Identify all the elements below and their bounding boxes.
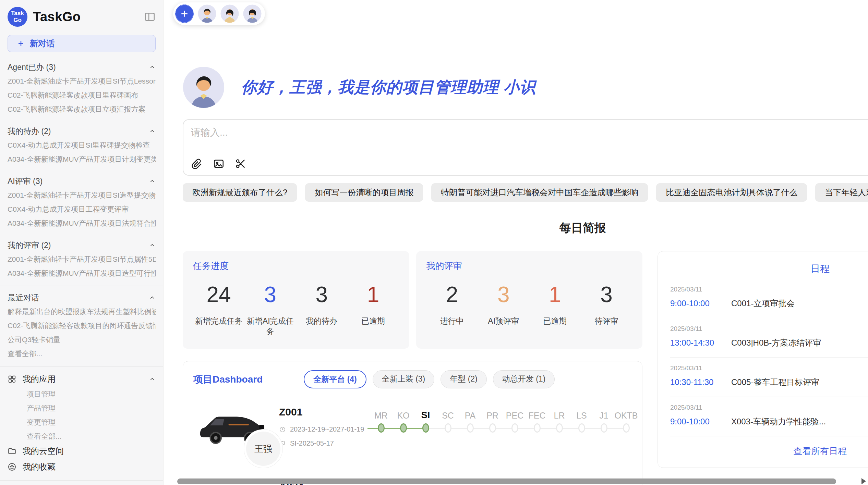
recent-chat-item[interactable]: C02-飞腾新能源轻客改款项目的闭环通告反馈情况 bbox=[8, 319, 156, 333]
milestone-step[interactable]: LR bbox=[548, 405, 570, 436]
metric-value: 2 bbox=[426, 284, 478, 306]
sidebar-item-my-apps[interactable]: 我的应用 bbox=[8, 371, 156, 387]
stat-metric: 3AI预评审 bbox=[478, 284, 529, 326]
stat-metric: 3待评审 bbox=[581, 284, 632, 326]
member-avatar[interactable] bbox=[220, 4, 239, 23]
metric-label: 待评审 bbox=[581, 316, 632, 326]
member-avatar[interactable] bbox=[243, 4, 262, 23]
milestone-step[interactable]: PEC bbox=[504, 405, 526, 436]
sidebar-task-item[interactable]: Z001-全新燃油轻卡产品开发项目SI节点属性5D文件评审 bbox=[8, 252, 156, 266]
screenshot-scissors-icon[interactable] bbox=[235, 158, 246, 170]
milestone-step[interactable]: SI bbox=[414, 405, 437, 436]
sidebar-section-header[interactable]: Agent已办 (3) bbox=[8, 60, 156, 74]
app-shortcut-item[interactable]: 查看全部... bbox=[8, 429, 156, 443]
sidebar-task-item[interactable]: A034-全新新能源MUV产品开发项目计划变更类编写 bbox=[8, 152, 156, 166]
chat-input[interactable] bbox=[190, 125, 868, 149]
schedule-date: 2025/03/11 bbox=[670, 404, 868, 411]
sidebar-item-folder[interactable]: 我的云空间 bbox=[8, 443, 156, 459]
app-shortcut-item[interactable]: 变更管理 bbox=[8, 415, 156, 429]
sidebar-recent-header[interactable]: 最近对话 bbox=[8, 291, 156, 304]
recent-chat-item[interactable]: 公司Q3轻卡销量 bbox=[8, 333, 156, 347]
milestone-step[interactable]: FEC bbox=[526, 405, 548, 436]
sidebar-item-star[interactable]: 我的收藏 bbox=[8, 459, 156, 475]
suggestion-chip[interactable]: 特朗普可能对进口汽车增税会对中国车企造成哪些影响 bbox=[431, 183, 648, 202]
suggestion-chip[interactable]: 欧洲新规最近颁布了什么? bbox=[183, 183, 297, 202]
member-avatar[interactable] bbox=[198, 4, 216, 23]
app-shortcut-item[interactable]: 项目管理 bbox=[8, 387, 156, 401]
collapse-sidebar-icon[interactable] bbox=[144, 11, 156, 23]
schedule-row: 9:00-10:00X003-车辆动力学性能验...加入 bbox=[670, 416, 868, 427]
milestone-label: LS bbox=[576, 405, 587, 421]
schedule-card: 日程 2025/03/119:00-10:00C001-立项审批会加入2025/… bbox=[658, 251, 868, 468]
metric-label: 新增AI完成任务 bbox=[244, 316, 296, 337]
add-session-button[interactable] bbox=[175, 4, 194, 23]
dashboard-tab[interactable]: 全新上装 (3) bbox=[373, 370, 435, 388]
sidebar-task-item[interactable]: Z001-全新燃油轻卡产品开发项目SI造型提交物评审 bbox=[8, 188, 156, 202]
milestone-step[interactable]: KO bbox=[392, 405, 414, 436]
session-avatar-pill bbox=[173, 2, 265, 25]
sidebar-task-item[interactable]: C0X4-动力总成开发项目工程变更评审 bbox=[8, 202, 156, 216]
recent-chat-item[interactable]: 查看全部... bbox=[8, 347, 156, 361]
sidebar-task-sections: Agent已办 (3)Z001-全新燃油皮卡产品开发项目SI节点Lesson L… bbox=[8, 60, 156, 280]
schedule-time: 13:00-14:30 bbox=[670, 338, 731, 348]
attach-file-icon[interactable] bbox=[191, 158, 203, 170]
new-chat-button[interactable]: 新对话 bbox=[8, 35, 156, 52]
sidebar-item-label: 我的收藏 bbox=[23, 461, 56, 472]
sidebar-task-item[interactable]: Z001-全新燃油皮卡产品开发项目SI节点Lesson Learn报告 bbox=[8, 74, 156, 88]
horizontal-scrollbar[interactable] bbox=[177, 478, 836, 484]
stat-card: 我的评审2进行中3AI预评审1已逾期3待评审 bbox=[416, 251, 643, 349]
metric-label: 已逾期 bbox=[347, 316, 399, 326]
attach-image-icon[interactable] bbox=[213, 158, 225, 170]
sidebar-section-header[interactable]: 我的评审 (2) bbox=[8, 238, 156, 252]
schedule-item: 2025/03/1110:30-11:30C005-整车工程目标评审加入 bbox=[670, 358, 868, 397]
schedule-date: 2025/03/11 bbox=[670, 325, 868, 333]
view-all-schedule-link[interactable]: 查看所有日程 bbox=[670, 436, 868, 463]
milestone-step[interactable]: PA bbox=[459, 405, 481, 436]
dashboard-title: 项目Dashboard bbox=[193, 373, 263, 386]
scroll-right-arrow[interactable] bbox=[861, 478, 866, 484]
milestone-step[interactable]: J1 bbox=[593, 405, 615, 436]
suggestion-chip[interactable]: 比亚迪全固态电池计划具体说了什么 bbox=[656, 183, 807, 202]
sidebar-task-item[interactable]: C02-飞腾新能源轻客改款项目里程碑画布 bbox=[8, 88, 156, 102]
suggestion-chip[interactable]: 当下年轻人对汽车外观有怎样的喜好趋势 bbox=[815, 183, 868, 202]
schedule-meeting-title: C001-立项审批会 bbox=[731, 298, 868, 309]
sidebar-task-item[interactable]: C0X4-动力总成开发项目SI里程碑提交物检查 bbox=[8, 138, 156, 152]
app-shortcut-item[interactable]: 产品管理 bbox=[8, 401, 156, 415]
milestone-dot bbox=[601, 423, 607, 433]
project-dates-text: 2023-12-19~2027-01-19 bbox=[290, 425, 364, 433]
milestone-step[interactable]: PR bbox=[481, 405, 504, 436]
milestone-dot-row bbox=[392, 423, 414, 436]
suggestion-chip[interactable]: 如何写一份清晰的项目周报 bbox=[305, 183, 423, 202]
dashboard-tab[interactable]: 全新平台 (4) bbox=[304, 370, 366, 388]
plus-icon bbox=[17, 39, 25, 48]
schedule-date: 2025/03/11 bbox=[670, 286, 868, 293]
metric-value: 24 bbox=[193, 284, 244, 306]
dashboard-tab[interactable]: 动总开发 (1) bbox=[493, 370, 555, 388]
metric-value: 3 bbox=[296, 284, 347, 306]
milestone-label: J1 bbox=[599, 405, 608, 421]
milestone-step[interactable]: SC bbox=[437, 405, 459, 436]
sidebar-section-header[interactable]: AI评审 (3) bbox=[8, 174, 156, 188]
milestone-dot bbox=[556, 423, 563, 433]
sidebar-task-item[interactable]: C02-飞腾新能源轻客改款项目立项汇报方案 bbox=[8, 102, 156, 116]
sidebar-task-item[interactable]: A034-全新新能源MUV产品开发项目法规符合性评审 bbox=[8, 216, 156, 230]
star-icon bbox=[8, 462, 16, 471]
milestone-step[interactable]: LS bbox=[570, 405, 593, 436]
project-code[interactable]: Z001 bbox=[279, 406, 370, 418]
recent-chat-item[interactable]: 解释最新出台的欧盟报废车法规再生塑料比例被调至15%... bbox=[8, 304, 156, 319]
project-info: Z0012023-12-19~2027-01-19SI-2025-05-17 bbox=[279, 404, 370, 447]
milestone-label: PEC bbox=[506, 405, 523, 421]
sidebar-task-item[interactable]: A034-全新新能源MUV产品开发项目造型可行性评审 bbox=[8, 266, 156, 280]
stat-metric: 24新增完成任务 bbox=[193, 284, 244, 337]
app-logo: Task Go bbox=[8, 7, 27, 27]
sidebar-section-header[interactable]: 我的待办 (2) bbox=[8, 124, 156, 138]
metric-value: 3 bbox=[478, 284, 529, 306]
schedule-meeting-title: X003-车辆动力学性能验... bbox=[731, 416, 868, 427]
dashboard-tab[interactable]: 年型 (2) bbox=[441, 370, 487, 388]
milestone-step[interactable]: OKTB bbox=[615, 405, 637, 436]
metric-label: 已逾期 bbox=[529, 316, 581, 326]
milestone-step[interactable]: MR bbox=[370, 405, 392, 436]
milestone-label: MR bbox=[374, 405, 388, 421]
metric-value: 3 bbox=[244, 284, 296, 306]
milestone-dot-row bbox=[370, 423, 392, 436]
